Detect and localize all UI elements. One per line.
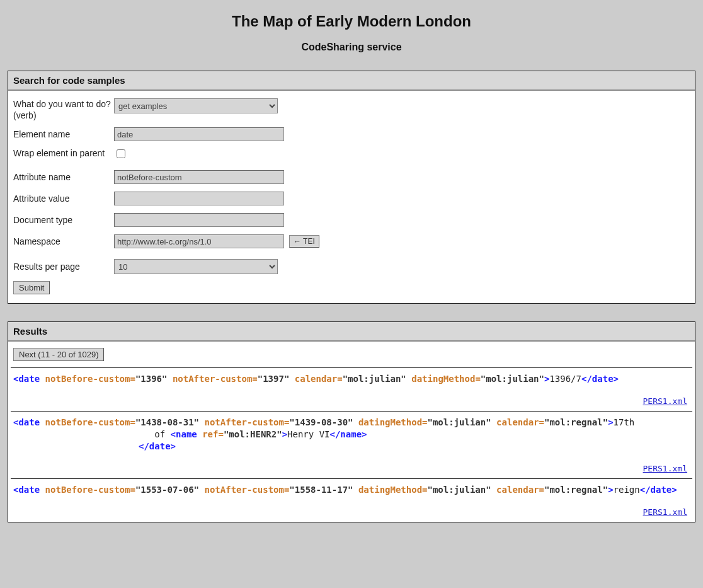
wrap-checkbox[interactable] (117, 149, 125, 158)
code-sample: <date notBefore-custom="1553-07-06" notA… (13, 484, 690, 496)
doc-type-input[interactable] (114, 213, 284, 227)
result-item: <date notBefore-custom="1396" notAfter-c… (11, 367, 692, 411)
results-panel-heading: Results (8, 322, 695, 342)
source-file-link[interactable]: PERS1.xml (13, 496, 690, 519)
doc-type-label: Document type (13, 214, 114, 226)
verb-label: What do you want to do? (verb) (13, 98, 114, 121)
attr-value-label: Attribute value (13, 193, 114, 204)
page-title: The Map of Early Modern London (8, 13, 695, 30)
per-page-select[interactable]: 10 (114, 259, 278, 274)
code-sample: <date notBefore-custom="1438-08-31" notA… (13, 417, 690, 453)
next-button[interactable]: Next (11 - 20 of 1029) (13, 348, 104, 361)
element-label: Element name (13, 129, 114, 140)
code-sample: <date notBefore-custom="1396" notAfter-c… (13, 373, 690, 385)
tei-button[interactable]: ← TEI (289, 235, 319, 248)
search-panel: Search for code samples What do you want… (8, 71, 695, 304)
results-list: <date notBefore-custom="1396" notAfter-c… (11, 367, 692, 521)
per-page-label: Results per page (13, 261, 114, 272)
results-panel: Results Next (11 - 20 of 1029) <date not… (8, 321, 695, 522)
attr-value-input[interactable] (114, 192, 284, 205)
result-item: <date notBefore-custom="1438-08-31" notA… (11, 411, 692, 478)
submit-button[interactable]: Submit (13, 281, 50, 294)
verb-select[interactable]: get examples (114, 98, 278, 113)
source-file-link[interactable]: PERS1.xml (13, 385, 690, 408)
attr-name-input[interactable] (114, 170, 284, 184)
search-panel-heading: Search for code samples (8, 71, 695, 91)
source-file-link[interactable]: PERS1.xml (13, 453, 690, 476)
page-subtitle: CodeSharing service (8, 42, 695, 53)
result-item: <date notBefore-custom="1553-07-06" notA… (11, 478, 692, 522)
element-input[interactable] (114, 127, 284, 141)
wrap-label: Wrap element in parent (13, 147, 114, 159)
namespace-input[interactable] (114, 234, 284, 248)
namespace-label: Namespace (13, 236, 114, 247)
attr-name-label: Attribute name (13, 171, 114, 183)
